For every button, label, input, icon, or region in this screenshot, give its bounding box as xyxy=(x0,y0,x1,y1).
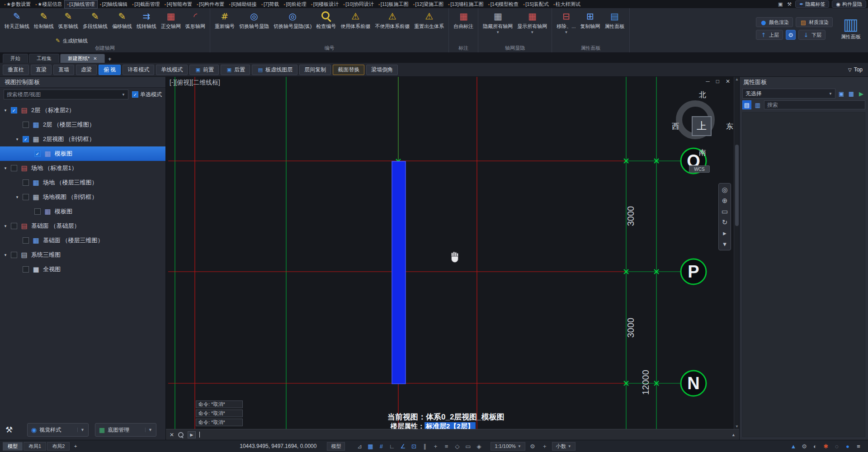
lower-floor-button[interactable]: ↓ 下层 xyxy=(798,30,826,40)
tree-item[interactable]: ▾▤基础面 （基础层） xyxy=(0,219,165,233)
chevron-down-icon[interactable]: ▼ xyxy=(145,428,152,432)
command-history-entry[interactable]: 命令: *取消* xyxy=(196,400,243,408)
selection-cycle-icon[interactable]: ▭ xyxy=(463,442,473,451)
expander-icon[interactable]: ▾ xyxy=(3,166,8,170)
ribbon-button[interactable]: ✎绘制轴线 xyxy=(32,9,56,30)
ribbon-button[interactable]: #重新编号 xyxy=(212,9,237,30)
close-icon[interactable]: ✕ xyxy=(726,78,730,85)
toolbar-button[interactable]: 单线模式 xyxy=(156,65,188,75)
grid-display-icon[interactable]: # xyxy=(376,442,386,451)
menu-item[interactable]: [8]前处理 xyxy=(281,0,308,8)
chevron-down-icon[interactable]: ▼ xyxy=(496,31,500,34)
dynamic-input-icon[interactable]: + xyxy=(430,442,440,451)
toolbar-button[interactable]: ▣后置 xyxy=(221,65,250,75)
panel-tools-icon[interactable]: ⚒ xyxy=(4,425,21,435)
menu-item[interactable]: [13]墙柱施工图 xyxy=(446,0,486,8)
drawing-area[interactable]: Q P N 3000 3000 12000 00 [-][俯视][二维线框] ─… xyxy=(166,77,739,440)
toolbar-button[interactable]: 详看模式 xyxy=(123,65,154,75)
properties-panel-button[interactable]: ▥ 属性面板 xyxy=(837,14,864,43)
close-icon[interactable]: ✕ xyxy=(93,56,97,61)
menu-item[interactable]: [3]截面管理 xyxy=(130,0,162,8)
expander-icon[interactable]: ▾ xyxy=(3,253,8,257)
menu-item[interactable]: [11]板施工图 xyxy=(376,0,411,8)
tree-item[interactable]: ■全视图 xyxy=(0,262,165,277)
scrollbar-thumb[interactable] xyxy=(735,145,739,226)
pin-panel-icon[interactable]: ▦ xyxy=(847,89,855,98)
scroll-down-icon[interactable]: ▼ xyxy=(734,424,739,428)
expander-icon[interactable]: ▾ xyxy=(3,108,8,113)
ribbon-button[interactable]: ▦正交轴网 xyxy=(159,9,183,30)
show-motion-icon[interactable]: ▸ xyxy=(723,230,726,236)
command-bar[interactable]: ✕ ▶ ▲ xyxy=(166,429,739,440)
expander-icon[interactable]: ▾ xyxy=(14,137,20,141)
tree-item[interactable]: ▦2层 （楼层三维图） xyxy=(0,118,165,132)
menu-item[interactable]: ★楼层信息 xyxy=(33,0,64,8)
ribbon-button[interactable]: ✎多段线轴线 xyxy=(80,9,110,30)
component-visibility-button[interactable]: ◉ 构件显隐 xyxy=(832,0,866,8)
scroll-up-icon[interactable]: ▲ xyxy=(734,77,739,81)
viewcube-down-icon[interactable]: ▽ xyxy=(848,67,852,72)
status-menu-icon[interactable]: ≡ xyxy=(854,442,863,451)
view-compass[interactable]: 北 西 东 南 上 WCS xyxy=(671,90,734,179)
ribbon-button[interactable]: ▤属性面板 xyxy=(603,9,627,30)
canvas-vertical-scrollbar[interactable]: ▲ ▼ xyxy=(734,77,739,429)
command-close-icon[interactable]: ✕ xyxy=(170,432,174,438)
compass-west-label[interactable]: 西 xyxy=(672,122,679,132)
hide-label-button[interactable]: ✒ 隐藏标签 xyxy=(795,0,829,8)
menu-item[interactable]: [2]轴线编辑 xyxy=(98,0,130,8)
tree-checkbox[interactable] xyxy=(11,252,17,258)
document-tab[interactable]: 开始 xyxy=(3,54,28,63)
annotation-icon[interactable]: ▲ xyxy=(788,442,798,451)
command-search-icon[interactable] xyxy=(178,432,184,438)
selection-dropdown[interactable]: 无选择 ▼ xyxy=(742,89,835,99)
tree-item[interactable]: ▾✓▤2层 （标准层2） xyxy=(0,103,165,118)
lineweight-icon[interactable]: ≡ xyxy=(441,442,451,451)
restore-icon[interactable]: □ xyxy=(716,78,719,85)
compass-south-label[interactable]: 南 xyxy=(671,148,734,158)
chevron-down-icon[interactable]: ▼ xyxy=(77,428,85,432)
menu-item[interactable]: ★参数设置 xyxy=(2,0,33,8)
list-view-icon[interactable]: ▤ xyxy=(742,100,751,109)
compass-up-button[interactable]: 上 xyxy=(692,116,712,136)
color-render-button[interactable]: ● 颜色渲染 xyxy=(756,17,793,27)
toolbar-button[interactable]: ▣前置 xyxy=(189,65,219,75)
compass-north-label[interactable]: 北 xyxy=(671,90,734,100)
base-map-button[interactable]: ▦ 底图管理 ▼ xyxy=(95,423,156,437)
tree-item[interactable]: ✓▦模板图 xyxy=(0,146,165,161)
ribbon-sub-button[interactable]: ✎生成软轴线 xyxy=(54,37,88,44)
menu-item[interactable]: [7]荷载 xyxy=(259,0,281,8)
tree-item[interactable]: ▦模板图 xyxy=(0,204,165,219)
command-history-entry[interactable]: 命令: *取消* xyxy=(196,410,243,417)
ribbon-button[interactable]: 检查编号 xyxy=(314,9,338,30)
scale-button[interactable]: 1:1/100% ▼ xyxy=(491,442,525,451)
layout-tab[interactable]: 布局2 xyxy=(47,442,70,451)
toolbar-button[interactable]: 虚梁 xyxy=(76,65,97,75)
layout-tab[interactable]: 模型 xyxy=(3,442,23,451)
document-tab[interactable]: 新建图纸*✕ xyxy=(60,54,105,63)
nav-wheel-icon[interactable]: ◎ xyxy=(722,186,727,193)
snap-mode-icon[interactable]: ▦ xyxy=(365,442,375,451)
menu-item[interactable]: [12]梁施工图 xyxy=(410,0,446,8)
tools-small-icon[interactable]: ⚒ xyxy=(786,1,793,7)
tree-checkbox[interactable] xyxy=(23,179,29,186)
command-history-entry[interactable]: 命令: *取消* xyxy=(196,419,243,426)
layout-tab[interactable]: 布局1 xyxy=(24,442,46,451)
wall-element[interactable] xyxy=(392,161,406,384)
tree-item[interactable]: ▦基础面 （楼层三维图） xyxy=(0,233,165,248)
category-view-icon[interactable]: ▥ xyxy=(753,100,762,109)
ribbon-button[interactable]: ✎弧形轴线 xyxy=(56,9,80,30)
chevron-down-icon[interactable]: ▼ xyxy=(530,31,534,34)
menu-item[interactable]: [5]构件布置 xyxy=(194,0,226,8)
menu-item[interactable]: [14]模型检查 xyxy=(486,0,521,8)
tree-item[interactable]: ▦场地 （楼层三维图） xyxy=(0,175,165,190)
compass-east-label[interactable]: 东 xyxy=(726,122,733,132)
filter-icon[interactable]: ▣ xyxy=(837,89,845,98)
tree-item[interactable]: ▾▦场地视图 （剖切框） xyxy=(0,190,165,204)
ribbon-button[interactable]: ✎转天正轴线 xyxy=(2,9,32,30)
command-input-cursor[interactable] xyxy=(199,432,200,438)
apply-play-icon[interactable]: ▶ xyxy=(857,89,865,98)
toolbar-button[interactable]: 梁墙倒角 xyxy=(366,65,398,75)
tree-checkbox[interactable] xyxy=(23,122,29,128)
ribbon-button[interactable]: ✎偏移轴线 xyxy=(110,9,134,30)
toolbar-button[interactable]: 直梁 xyxy=(31,65,52,75)
